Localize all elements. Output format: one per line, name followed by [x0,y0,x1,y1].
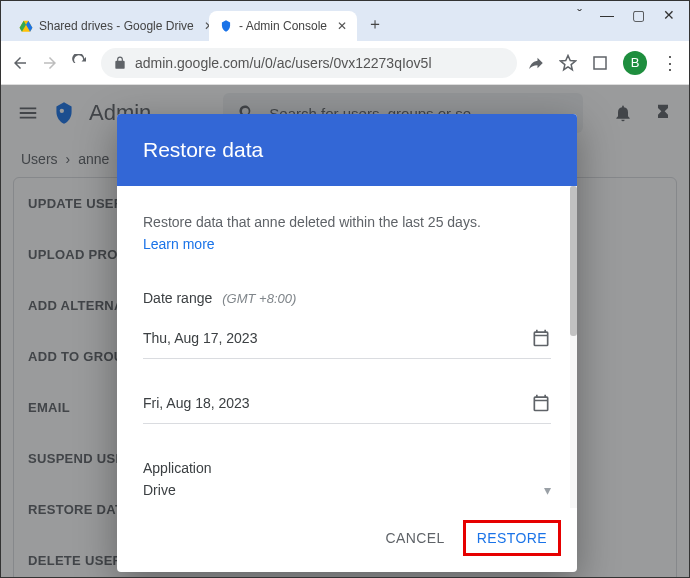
address-bar[interactable]: admin.google.com/u/0/ac/users/0vx12273qI… [101,48,517,78]
dialog-description: Restore data that anne deleted within th… [143,214,551,230]
chevron-down-icon: ▾ [544,482,551,498]
nav-forward-button[interactable] [41,54,61,72]
timezone-text: (GMT +8:00) [222,291,296,306]
dialog-scrollbar-thumb[interactable] [570,186,577,336]
restore-button[interactable]: RESTORE [463,520,561,556]
cancel-button[interactable]: CANCEL [372,520,459,556]
address-text: admin.google.com/u/0/ac/users/0vx12273qI… [135,55,432,71]
tab-title: - Admin Console [239,19,327,33]
drive-icon [19,19,33,33]
calendar-icon[interactable] [531,328,551,348]
browser-menu-icon[interactable]: ⋮ [661,52,679,74]
learn-more-link[interactable]: Learn more [143,236,215,252]
calendar-icon[interactable] [531,393,551,413]
browser-tab-drive[interactable]: Shared drives - Google Drive ✕ [9,11,209,41]
application-label: Application [143,460,551,476]
dialog-body: Restore data that anne deleted within th… [117,186,577,508]
browser-toolbar: admin.google.com/u/0/ac/users/0vx12273qI… [1,41,689,85]
browser-tabs: Shared drives - Google Drive ✕ - Admin C… [9,1,393,41]
svg-rect-3 [594,57,606,69]
bookmark-star-icon[interactable] [559,54,577,72]
date-range-label: Date range (GMT +8:00) [143,290,551,306]
nav-reload-button[interactable] [71,54,91,72]
date-from-field[interactable]: Thu, Aug 17, 2023 [143,328,551,359]
window-controls: ˇ — ▢ ✕ [563,1,689,29]
browser-tab-admin[interactable]: - Admin Console ✕ [209,11,357,41]
window-maximize[interactable]: ▢ [632,7,645,23]
share-icon[interactable] [527,54,545,72]
extensions-icon[interactable] [591,54,609,72]
application-value: Drive [143,482,176,498]
dialog-title: Restore data [117,114,577,186]
restore-data-dialog: Restore data Restore data that anne dele… [117,114,577,572]
label-text: Date range [143,290,212,306]
window-close[interactable]: ✕ [663,7,675,23]
nav-back-button[interactable] [11,54,31,72]
avatar-letter: B [631,55,640,70]
date-from-value: Thu, Aug 17, 2023 [143,330,257,346]
window-minimize[interactable]: — [600,7,614,23]
admin-icon [219,19,233,33]
window-titlebar: Shared drives - Google Drive ✕ - Admin C… [1,1,689,41]
new-tab-button[interactable]: ＋ [357,8,393,41]
dialog-actions: CANCEL RESTORE [117,508,577,572]
application-select[interactable]: Drive ▾ [143,482,551,500]
date-to-value: Fri, Aug 18, 2023 [143,395,250,411]
close-icon[interactable]: ✕ [337,19,347,33]
caret-down-icon[interactable]: ˇ [577,7,582,23]
page-viewport: Admin Search for users, groups or se Use… [1,85,689,578]
profile-avatar[interactable]: B [623,51,647,75]
lock-icon [113,56,127,70]
date-to-field[interactable]: Fri, Aug 18, 2023 [143,393,551,424]
tab-title: Shared drives - Google Drive [39,19,194,33]
